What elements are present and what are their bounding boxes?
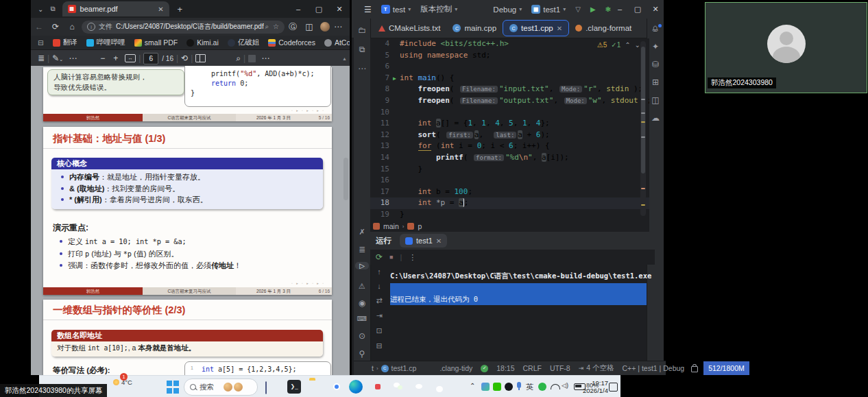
page-info-icon[interactable]: i — [87, 23, 95, 31]
code-line[interactable]: 9 freopen( Filename:"output.txt", Mode:"… — [370, 95, 649, 107]
scroll-to-end-icon[interactable]: ⇥ — [376, 311, 382, 320]
code-line[interactable]: 13 for (int i = 0; i < 6; i++) { — [370, 141, 649, 152]
problems-icon[interactable]: ⚠ — [354, 282, 370, 291]
docker-icon[interactable]: ◫ — [647, 95, 664, 105]
back-button[interactable]: ← — [31, 22, 47, 32]
edge-icon[interactable] — [349, 380, 363, 394]
bookmark-item[interactable]: 亿破姐 — [228, 38, 260, 47]
code-line[interactable]: 19 } — [370, 209, 649, 221]
terminal-icon[interactable]: ⌨ — [354, 315, 370, 322]
tab-close-icon[interactable]: ✕ — [557, 25, 562, 32]
code-line[interactable]: 8 freopen( Filename:"input.txt", Mode:"r… — [370, 84, 649, 95]
run-console-tab[interactable]: test1 ✕ — [400, 234, 447, 248]
tray-app-icon[interactable] — [481, 383, 490, 391]
scroll-down-icon[interactable]: ↓ — [377, 282, 381, 290]
ide-maximize-button[interactable]: ▢ — [629, 5, 647, 14]
pdf-fit-width-icon[interactable]: ↔ — [125, 54, 136, 62]
pdf-zoom-out-icon[interactable]: − — [100, 53, 105, 63]
memory-indicator[interactable]: 512/1800M — [703, 361, 749, 375]
editor-scrollbar[interactable] — [640, 41, 646, 216]
run-tool-window-icon[interactable]: ▷ — [355, 262, 369, 269]
tray-wechat-icon[interactable] — [493, 383, 501, 391]
plugin-icon[interactable]: ⚲ — [354, 349, 370, 359]
tab-close-icon[interactable]: ✕ — [436, 237, 442, 245]
code-line[interactable]: 14 printf( format:"%d\n", a[i]); — [370, 152, 649, 164]
tab-close-icon[interactable]: ✕ — [158, 5, 163, 13]
address-bar[interactable]: i 文件 C:/Users/24087/Desktop/C语言/build/be… — [82, 21, 285, 34]
profile-avatar[interactable] — [320, 22, 330, 32]
pdf-page-input[interactable] — [143, 53, 158, 64]
code-line[interactable]: 16 — [370, 175, 649, 187]
main-menu-icon[interactable]: ☰ — [364, 5, 372, 14]
pdf-more-icon[interactable]: ⋯ — [261, 53, 269, 63]
database-icon[interactable]: ⛁ — [647, 60, 664, 69]
debug-button[interactable]: ❃ — [605, 5, 611, 13]
tray-qq-icon[interactable] — [505, 383, 513, 391]
ime-indicator[interactable]: 英 — [526, 382, 533, 392]
volume-icon[interactable]: ◁) — [562, 382, 568, 389]
run-console[interactable]: C:\Users\24087\Desktop\C语言\test\cmake-bu… — [390, 266, 649, 361]
workspaces-icon[interactable]: ⧉ — [50, 5, 55, 13]
pdf-zoom-in-icon[interactable]: + — [113, 53, 118, 63]
todo-icon[interactable]: ≣ — [354, 245, 370, 254]
browser-essentials-icon[interactable]: Ⓖ — [285, 21, 301, 33]
info-icon[interactable]: ⊙ — [354, 331, 370, 341]
terminal-app-icon[interactable]: ❯_ — [287, 380, 301, 394]
home-button[interactable]: ⌂ — [64, 22, 80, 32]
editor-tab-test1cpp[interactable]: C test1.cpp ✕ — [503, 20, 569, 36]
dependencies-icon[interactable]: ⊞ — [647, 77, 664, 87]
code-line[interactable]: 15 } — [370, 164, 649, 176]
status-breadcrumb[interactable]: t› C test1.cp — [372, 364, 416, 372]
tray-security-icon[interactable] — [538, 383, 546, 391]
prev-problem-icon[interactable]: ⌃ — [625, 41, 630, 49]
scroll-up-icon[interactable]: ↑ — [377, 267, 381, 276]
editor-tab-maincpp[interactable]: C main.cpp — [446, 21, 503, 36]
bookmark-item[interactable]: small PDF — [134, 38, 178, 47]
clangd-status-icon[interactable]: ✓ — [481, 365, 488, 372]
pdf-page-view-icon[interactable] — [195, 54, 206, 62]
encoding-selector[interactable]: UTF-8 — [550, 364, 570, 372]
cloud-icon[interactable]: ☁ — [647, 113, 664, 123]
tray-microphone-icon[interactable] — [517, 382, 521, 388]
code-line[interactable]: 18 int *p = a; — [370, 197, 649, 209]
bookmark-item[interactable]: Codeforces — [268, 38, 315, 47]
build-type-selector[interactable]: Debug▾ — [493, 5, 522, 14]
structure-icon[interactable]: ⧉ — [354, 45, 370, 54]
pdf-toc-icon[interactable]: ≣ — [38, 53, 45, 63]
clang-tidy-status[interactable]: .clang-tidy — [439, 364, 472, 372]
ide-minimize-button[interactable]: – — [611, 5, 629, 14]
notification-center-icon[interactable] — [609, 383, 618, 392]
project-icon[interactable]: 🗀 — [354, 25, 370, 35]
pdf-more-tools-icon[interactable]: ⋯ — [69, 53, 77, 63]
task-view-button[interactable] — [265, 381, 267, 394]
clear-console-icon[interactable]: ⊟ — [376, 341, 382, 350]
vcs-widget[interactable]: 版本控制▾ — [420, 4, 457, 14]
tab-list-chevron-icon[interactable]: ⌄ — [38, 5, 43, 13]
new-tab-button[interactable]: + — [178, 4, 183, 14]
resolve-context[interactable]: C++ | test1 | Debug — [623, 364, 685, 372]
run-more-options-icon[interactable]: ⋮ — [409, 253, 416, 262]
pdf-scrollbar-thumb[interactable] — [343, 158, 348, 200]
editor-tab-clangformat[interactable]: .clang-format — [569, 21, 638, 36]
code-line[interactable]: 11 int a[] = {1, 1, 4, 5, 1, 4}; — [370, 118, 649, 130]
more-tools-icon[interactable]: ⋯ — [354, 64, 370, 73]
code-line[interactable]: 12 sort( first:a, last:a + 6); — [370, 130, 649, 141]
settings-more-icon[interactable]: ⋯ — [330, 22, 346, 32]
split-screen-icon[interactable]: ◫ — [301, 22, 317, 32]
bookmark-item[interactable]: 翻译 — [53, 38, 77, 47]
code-line[interactable]: 7▶int main() { — [370, 73, 649, 84]
code-line[interactable]: 10 — [370, 107, 649, 119]
pdf-viewport[interactable]: 人脑计算容易忽略替换规则， 导致优先级错误。 printf("%d", ADD(… — [31, 66, 350, 375]
code-line[interactable]: 6 — [370, 61, 649, 73]
run-button[interactable]: ▶ — [590, 5, 596, 13]
editor-tab-cmakelists[interactable]: CMakeLists.txt — [372, 21, 446, 36]
reload-button[interactable]: ⟳ — [47, 22, 64, 32]
code-line[interactable]: 17 int b = 100; — [370, 187, 649, 198]
pdf-scroll-up-icon[interactable]: ▲ — [342, 56, 347, 61]
pdf-draw-icon[interactable]: ✎⌄ — [52, 53, 63, 63]
start-button[interactable] — [166, 380, 181, 395]
ide-close-button[interactable]: ✕ — [647, 5, 664, 14]
rerun-icon[interactable]: ⟳ — [376, 252, 383, 262]
meeting-video-tile[interactable]: 郭浩然2024303980 — [705, 2, 867, 93]
bookmark-item[interactable]: Kimi.ai — [186, 38, 219, 47]
